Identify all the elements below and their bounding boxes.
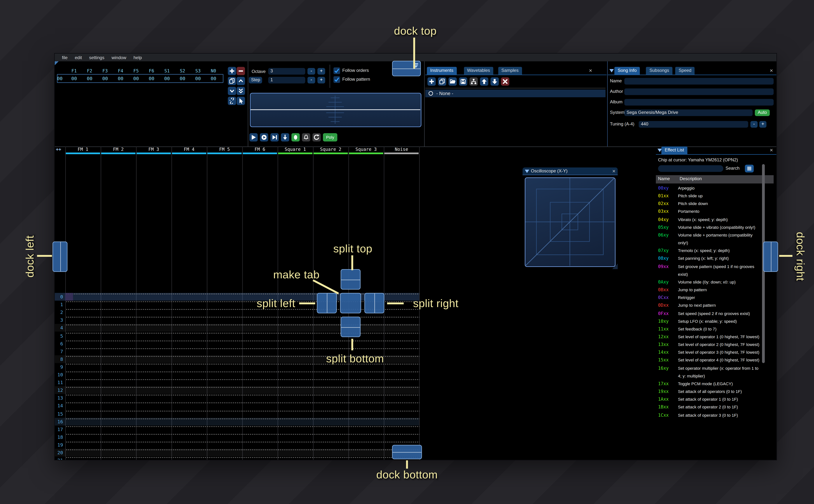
pattern-cell[interactable] <box>136 441 171 449</box>
pattern-cell[interactable] <box>384 433 419 441</box>
pattern-cell[interactable] <box>348 456 384 460</box>
pattern-cell[interactable] <box>207 456 242 460</box>
pattern-cell[interactable] <box>101 324 136 332</box>
tuning-increment-button[interactable]: + <box>759 121 766 128</box>
effect-sort-menu-button[interactable] <box>745 165 754 172</box>
tab-instruments[interactable]: Instruments <box>427 67 457 75</box>
pattern-cell[interactable] <box>207 363 242 371</box>
pattern-cell[interactable] <box>136 355 171 363</box>
pattern-cell[interactable] <box>101 402 136 410</box>
pattern-cell[interactable] <box>136 410 171 418</box>
effect-list-row[interactable]: 02xxPitch slide down <box>658 200 769 208</box>
pattern-cell[interactable] <box>207 425 242 433</box>
effect-list-row[interactable]: 0BxxJump to pattern <box>658 286 769 294</box>
pattern-cell[interactable] <box>384 402 419 410</box>
effect-list-row[interactable]: 12xxSet level of operator 1 (0 highest, … <box>658 333 769 341</box>
pattern-cell[interactable] <box>136 418 171 425</box>
order-cell[interactable]: 00 <box>82 75 97 82</box>
album-input[interactable] <box>624 99 774 106</box>
effect-list-row[interactable]: 1BxxSet attack of operator 2 (0 to 1F) <box>658 404 769 411</box>
pattern-cell[interactable] <box>171 449 207 456</box>
pattern-cell[interactable] <box>136 456 171 460</box>
octave-decrement-button[interactable]: - <box>307 68 315 75</box>
pattern-cell[interactable] <box>384 386 419 394</box>
pattern-cell[interactable] <box>384 410 419 418</box>
pattern-cell[interactable] <box>136 402 171 410</box>
duplicate-order-to-end-button[interactable] <box>237 87 245 95</box>
pattern-cell[interactable] <box>207 301 242 308</box>
pattern-cell[interactable] <box>242 386 277 394</box>
pattern-cell[interactable] <box>384 363 419 371</box>
add-instrument-button[interactable] <box>428 77 436 86</box>
play-from-start-button[interactable] <box>260 133 268 141</box>
pattern-cell[interactable] <box>277 340 313 347</box>
effect-list-row[interactable]: 15xxSet level of operator 4 (0 highest, … <box>658 357 769 364</box>
pattern-cell[interactable] <box>136 332 171 340</box>
pattern-cell[interactable] <box>277 425 313 433</box>
dock-right-target[interactable] <box>763 242 778 272</box>
pattern-cell[interactable] <box>277 355 313 363</box>
pattern-cell[interactable] <box>65 332 101 340</box>
pattern-cell[interactable] <box>65 309 101 316</box>
duplicate-instrument-button[interactable] <box>438 77 446 86</box>
pattern-cell[interactable] <box>384 355 419 363</box>
pattern-cell[interactable] <box>313 433 348 441</box>
pattern-cell[interactable] <box>101 309 136 316</box>
pattern-cell[interactable] <box>136 379 171 386</box>
octave-input[interactable]: 3 <box>268 68 305 75</box>
menu-item-file[interactable]: file <box>62 55 68 60</box>
channel-header-fm-2[interactable]: FM 2 <box>101 146 136 153</box>
pattern-cell[interactable] <box>136 309 171 316</box>
pattern-cell[interactable] <box>207 340 242 347</box>
menu-item-window[interactable]: window <box>111 55 126 60</box>
pattern-cell[interactable] <box>207 394 242 402</box>
pattern-cell[interactable] <box>242 449 277 456</box>
pattern-cell[interactable] <box>171 418 207 425</box>
system-input[interactable]: Sega Genesis/Mega Drive <box>624 109 753 116</box>
pattern-cell[interactable] <box>171 324 207 332</box>
effect-list-row[interactable]: 07xyTremolo (x: speed; y: depth) <box>658 247 769 255</box>
window-resize-grip[interactable] <box>612 264 618 269</box>
effect-list-row[interactable]: 0AxyVolume slide (0y: down; x0: up) <box>658 279 769 286</box>
pattern-cell[interactable] <box>171 347 207 355</box>
pattern-cell[interactable] <box>348 441 384 449</box>
pattern-cell[interactable] <box>348 433 384 441</box>
pattern-cell[interactable] <box>65 449 101 456</box>
remove-order-button[interactable] <box>237 67 245 75</box>
pattern-cell[interactable] <box>171 433 207 441</box>
move-order-up-button[interactable] <box>237 77 245 85</box>
channel-header-fm-3[interactable]: FM 3 <box>136 146 171 153</box>
pattern-cell[interactable] <box>136 340 171 347</box>
pattern-cell[interactable] <box>348 418 384 425</box>
pattern-corner-button[interactable]: ++ <box>56 147 61 152</box>
effect-list-row[interactable]: 11xxSet feedback (0 to 7) <box>658 325 769 333</box>
pattern-cell[interactable] <box>242 441 277 449</box>
pattern-cell[interactable] <box>136 316 171 324</box>
menu-item-edit[interactable]: edit <box>75 55 82 60</box>
pattern-cell[interactable] <box>171 332 207 340</box>
effect-list-row[interactable]: 14xxSet level of operator 3 (0 highest, … <box>658 349 769 357</box>
pattern-cell[interactable] <box>242 371 277 379</box>
pattern-cell[interactable] <box>207 379 242 386</box>
step-input[interactable]: 1 <box>268 77 305 83</box>
pattern-cell[interactable] <box>101 386 136 394</box>
pattern-cell[interactable] <box>277 394 313 402</box>
pattern-cell[interactable] <box>101 425 136 433</box>
pattern-cell[interactable] <box>277 449 313 456</box>
effect-list-row[interactable]: 1AxxSet attack of operator 1 (0 to 1F) <box>658 396 769 404</box>
collapse-window-icon[interactable] <box>525 170 529 173</box>
metronome-button[interactable] <box>302 133 310 141</box>
author-input[interactable] <box>624 88 774 95</box>
pattern-cell[interactable] <box>242 363 277 371</box>
effect-list-row[interactable]: 13xxSet level of operator 2 (0 highest, … <box>658 341 769 349</box>
pattern-cell[interactable] <box>65 394 101 402</box>
pattern-cell[interactable] <box>136 324 171 332</box>
pattern-cell[interactable] <box>384 371 419 379</box>
pattern-cell[interactable] <box>207 402 242 410</box>
pattern-cell[interactable] <box>277 402 313 410</box>
pattern-cell[interactable] <box>101 340 136 347</box>
channel-header-noise[interactable]: Noise <box>384 146 419 153</box>
pattern-cell[interactable] <box>277 324 313 332</box>
pattern-cell[interactable] <box>101 316 136 324</box>
pattern-cell[interactable] <box>348 394 384 402</box>
